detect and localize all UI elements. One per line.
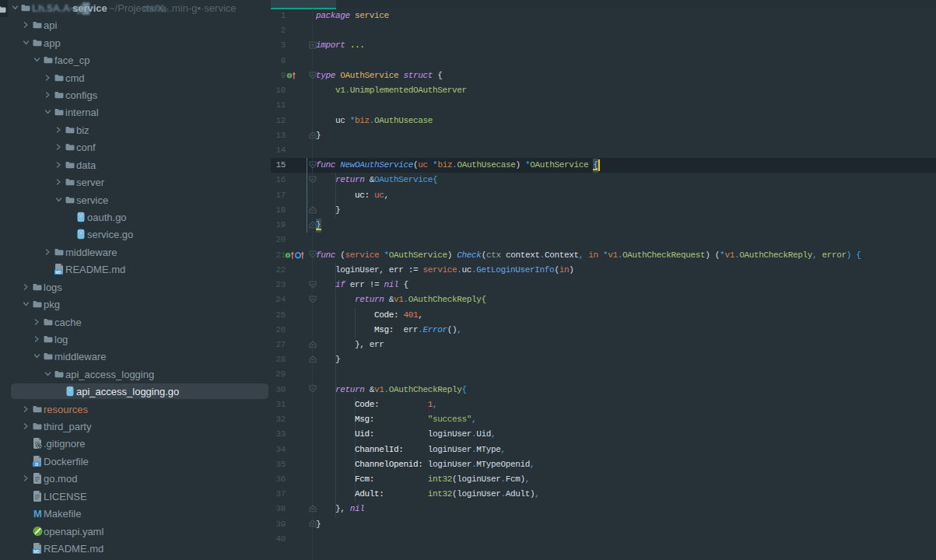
svg-text:MD: MD [33,550,40,554]
svg-text:M: M [33,508,42,519]
svg-text:D: D [35,462,38,467]
svg-text:MD: MD [55,271,61,275]
